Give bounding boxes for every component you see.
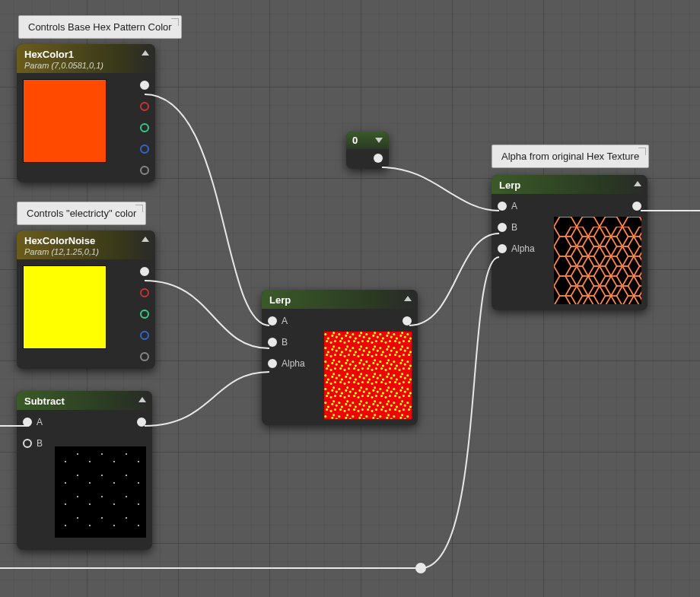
reroute-node[interactable] (415, 563, 426, 573)
svg-point-8 (77, 475, 78, 476)
input-pin-alpha[interactable]: Alpha (498, 243, 535, 255)
svg-point-14 (65, 503, 66, 505)
svg-point-4 (113, 461, 115, 462)
svg-point-16 (89, 503, 91, 505)
svg-point-11 (113, 482, 115, 484)
svg-point-7 (65, 482, 66, 484)
node-title: Subtract (24, 395, 65, 407)
input-pin-b[interactable]: B (23, 437, 43, 449)
node-hexcolornoise[interactable]: HexColorNoise Param (12,1.25,0,1) (17, 230, 155, 369)
output-pin-b[interactable] (140, 329, 149, 341)
svg-point-19 (126, 496, 127, 497)
comment-text: Controls "electricty" color (27, 208, 136, 219)
svg-point-13 (138, 482, 139, 484)
constant-value: 0 (352, 135, 358, 146)
svg-point-15 (77, 496, 78, 497)
comment-base-hex-color[interactable]: Controls Base Hex Pattern Color (18, 15, 182, 39)
color-preview (23, 265, 107, 349)
node-header[interactable]: Lerp (492, 175, 648, 194)
collapse-icon[interactable] (142, 50, 149, 56)
node-title: HexColor1 (24, 49, 74, 60)
node-title: Lerp (269, 294, 291, 306)
node-constant[interactable]: 0 (346, 132, 389, 169)
svg-point-26 (126, 517, 127, 519)
svg-point-10 (101, 475, 103, 476)
node-subtract[interactable]: Subtract A B (17, 391, 152, 550)
svg-point-23 (89, 525, 91, 526)
node-subtitle: Param (12,1.25,0,1) (24, 247, 148, 256)
node-subtitle: Param (7,0.0581,0,1) (24, 61, 148, 70)
output-pin[interactable] (374, 154, 383, 163)
svg-point-1 (77, 453, 78, 455)
node-hexcolor1[interactable]: HexColor1 Param (7,0.0581,0,1) (17, 44, 155, 183)
svg-point-6 (138, 461, 139, 462)
output-pin-b[interactable] (140, 143, 149, 155)
output-pin-a[interactable] (140, 164, 149, 176)
comment-electricity-color[interactable]: Controls "electricty" color (17, 202, 146, 225)
output-pin-g[interactable] (140, 308, 149, 320)
output-pin-a[interactable] (140, 351, 149, 363)
node-header[interactable]: HexColorNoise Param (12,1.25,0,1) (17, 230, 155, 259)
node-title: Lerp (499, 179, 520, 191)
input-pin-alpha[interactable]: Alpha (268, 357, 305, 370)
svg-point-25 (113, 525, 115, 526)
svg-point-9 (89, 482, 91, 484)
resize-icon (638, 148, 646, 155)
input-pin-a[interactable]: A (268, 315, 288, 327)
color-preview (23, 79, 107, 163)
output-pin[interactable] (137, 416, 146, 428)
node-header[interactable]: Lerp (262, 290, 418, 309)
input-pin-a[interactable]: A (498, 200, 517, 212)
svg-point-2 (89, 461, 91, 462)
lerp-preview (324, 332, 412, 419)
input-pin-b[interactable]: B (268, 336, 288, 348)
svg-point-24 (101, 517, 103, 519)
svg-point-12 (126, 475, 127, 476)
svg-point-27 (138, 525, 139, 526)
output-pin-r[interactable] (140, 287, 149, 299)
input-pin-a[interactable]: A (23, 416, 43, 428)
svg-point-17 (101, 496, 103, 497)
node-lerp-2[interactable]: Lerp A B Alpha (492, 175, 648, 310)
node-lerp-1[interactable]: Lerp A B Alpha (262, 290, 418, 425)
comment-text: Controls Base Hex Pattern Color (28, 21, 172, 33)
node-header[interactable]: 0 (346, 132, 389, 149)
svg-point-22 (77, 517, 78, 519)
lerp-preview (554, 217, 641, 304)
node-title: HexColorNoise (24, 235, 95, 246)
collapse-icon[interactable] (404, 296, 412, 301)
svg-point-0 (65, 461, 66, 462)
collapse-icon[interactable] (142, 237, 149, 242)
chevron-down-icon[interactable] (375, 138, 383, 143)
output-pin-r[interactable] (140, 100, 149, 113)
resize-icon (135, 205, 143, 212)
svg-point-5 (126, 453, 127, 455)
output-pin[interactable] (402, 315, 412, 327)
svg-point-3 (101, 453, 103, 455)
node-header[interactable]: Subtract (17, 391, 152, 410)
output-pin-rgba[interactable] (140, 265, 149, 278)
collapse-icon[interactable] (634, 181, 641, 186)
output-pin-g[interactable] (140, 122, 149, 134)
comment-text: Alpha from original Hex Texture (501, 151, 639, 162)
subtract-preview (55, 446, 146, 538)
svg-point-20 (138, 503, 139, 505)
svg-point-21 (65, 525, 66, 526)
svg-point-18 (113, 503, 115, 505)
collapse-icon[interactable] (138, 397, 146, 402)
resize-icon (171, 18, 179, 26)
input-pin-b[interactable]: B (498, 221, 517, 233)
node-header[interactable]: HexColor1 Param (7,0.0581,0,1) (17, 44, 155, 73)
output-pin-rgba[interactable] (140, 79, 149, 91)
comment-alpha-hex-texture[interactable]: Alpha from original Hex Texture (492, 144, 649, 168)
svg-rect-30 (565, 227, 641, 304)
output-pin[interactable] (632, 200, 641, 212)
